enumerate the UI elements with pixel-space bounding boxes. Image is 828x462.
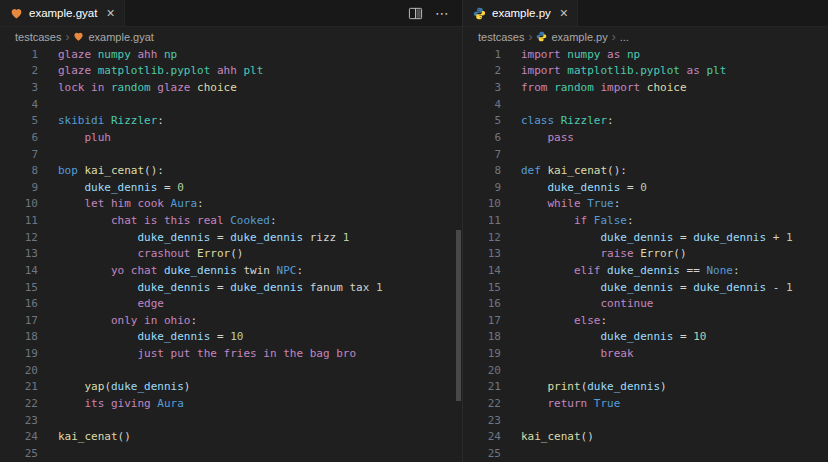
line-number[interactable]: 7: [0, 148, 38, 161]
code-line[interactable]: 21 yap(duke_dennis): [0, 379, 462, 396]
code-line[interactable]: 1glaze numpy ahh np: [0, 46, 462, 63]
code-line[interactable]: 23: [0, 412, 462, 429]
code-line[interactable]: 15 duke_dennis = duke_dennis fanum tax 1: [0, 279, 462, 296]
line-number[interactable]: 9: [0, 181, 38, 194]
line-number[interactable]: 14: [0, 264, 38, 277]
code-line[interactable]: 21 print(duke_dennis): [463, 379, 828, 396]
code-line[interactable]: 7: [0, 146, 462, 163]
close-tab-icon[interactable]: ×: [560, 6, 568, 20]
code-line[interactable]: 16 edge: [0, 295, 462, 312]
breadcrumb-item-file[interactable]: example.py: [536, 31, 607, 43]
code-line[interactable]: 13 raise Error(): [463, 246, 828, 263]
code-line[interactable]: 9 duke_dennis = 0: [463, 179, 828, 196]
tab-example-gyat[interactable]: example.gyat ×: [0, 0, 125, 26]
code-line[interactable]: 15 duke_dennis = duke_dennis - 1: [463, 279, 828, 296]
line-number[interactable]: 5: [463, 114, 501, 127]
breadcrumb-item-symbol[interactable]: ...: [620, 31, 629, 43]
code-line[interactable]: 18 duke_dennis = 10: [463, 329, 828, 346]
line-number[interactable]: 15: [463, 281, 501, 294]
code-line[interactable]: 20: [463, 362, 828, 379]
breadcrumb-item-testcases[interactable]: testcases: [15, 31, 61, 43]
line-number[interactable]: 25: [463, 447, 501, 460]
more-actions-icon[interactable]: ⋯: [435, 5, 450, 21]
line-number[interactable]: 13: [0, 247, 38, 260]
line-number[interactable]: 25: [0, 447, 38, 460]
line-number[interactable]: 10: [463, 197, 501, 210]
code-line[interactable]: 25: [0, 445, 462, 462]
code-line[interactable]: 2glaze matplotlib.pyplot ahh plt: [0, 63, 462, 80]
line-number[interactable]: 24: [463, 430, 501, 443]
line-number[interactable]: 21: [0, 380, 38, 393]
code-editor-python[interactable]: 1import numpy as np2import matplotlib.py…: [463, 46, 828, 462]
code-editor-gyat[interactable]: 1glaze numpy ahh np2glaze matplotlib.pyp…: [0, 46, 462, 462]
line-number[interactable]: 16: [0, 297, 38, 310]
line-number[interactable]: 1: [0, 48, 38, 61]
code-line[interactable]: 3lock in random glaze choice: [0, 79, 462, 96]
code-line[interactable]: 22 return True: [463, 395, 828, 412]
code-line[interactable]: 5class Rizzler:: [463, 113, 828, 130]
line-number[interactable]: 3: [0, 81, 38, 94]
tab-example-py[interactable]: example.py ×: [463, 0, 578, 26]
line-number[interactable]: 22: [0, 397, 38, 410]
code-line[interactable]: 24kai_cenat(): [0, 428, 462, 445]
line-number[interactable]: 4: [0, 98, 38, 111]
code-line[interactable]: 9 duke_dennis = 0: [0, 179, 462, 196]
code-line[interactable]: 18 duke_dennis = 10: [0, 329, 462, 346]
code-line[interactable]: 6 pass: [463, 129, 828, 146]
line-number[interactable]: 3: [463, 81, 501, 94]
code-line[interactable]: 14 yo chat duke_dennis twin NPC:: [0, 262, 462, 279]
line-number[interactable]: 4: [463, 98, 501, 111]
line-number[interactable]: 15: [0, 281, 38, 294]
line-number[interactable]: 11: [463, 214, 501, 227]
code-line[interactable]: 19 break: [463, 345, 828, 362]
line-number[interactable]: 17: [0, 314, 38, 327]
line-number[interactable]: 16: [463, 297, 501, 310]
line-number[interactable]: 12: [0, 231, 38, 244]
code-line[interactable]: 1import numpy as np: [463, 46, 828, 63]
line-number[interactable]: 6: [0, 131, 38, 144]
line-number[interactable]: 2: [463, 64, 501, 77]
code-line[interactable]: 5skibidi Rizzler:: [0, 113, 462, 130]
line-number[interactable]: 23: [0, 414, 38, 427]
line-number[interactable]: 23: [463, 414, 501, 427]
vertical-scrollbar-thumb[interactable]: [456, 230, 461, 401]
code-line[interactable]: 23: [463, 412, 828, 429]
line-number[interactable]: 17: [463, 314, 501, 327]
line-number[interactable]: 5: [0, 114, 38, 127]
line-number[interactable]: 24: [0, 430, 38, 443]
line-number[interactable]: 20: [0, 364, 38, 377]
line-number[interactable]: 19: [463, 347, 501, 360]
code-line[interactable]: 2import matplotlib.pyplot as plt: [463, 63, 828, 80]
code-line[interactable]: 13 crashout Error(): [0, 246, 462, 263]
code-line[interactable]: 17 else:: [463, 312, 828, 329]
code-line[interactable]: 8def kai_cenat():: [463, 162, 828, 179]
line-number[interactable]: 18: [463, 330, 501, 343]
code-line[interactable]: 14 elif duke_dennis == None:: [463, 262, 828, 279]
line-number[interactable]: 8: [463, 164, 501, 177]
code-line[interactable]: 12 duke_dennis = duke_dennis rizz 1: [0, 229, 462, 246]
line-number[interactable]: 14: [463, 264, 501, 277]
code-line[interactable]: 12 duke_dennis = duke_dennis + 1: [463, 229, 828, 246]
split-editor-icon[interactable]: [408, 6, 423, 21]
line-number[interactable]: 19: [0, 347, 38, 360]
line-number[interactable]: 22: [463, 397, 501, 410]
code-line[interactable]: 11 if False:: [463, 212, 828, 229]
code-line[interactable]: 22 its giving Aura: [0, 395, 462, 412]
code-line[interactable]: 7: [463, 146, 828, 163]
code-line[interactable]: 24kai_cenat(): [463, 428, 828, 445]
close-tab-icon[interactable]: ×: [106, 6, 114, 20]
code-line[interactable]: 4: [463, 96, 828, 113]
breadcrumb-item-file[interactable]: example.gyat: [73, 31, 153, 43]
code-line[interactable]: 19 just put the fries in the bag bro: [0, 345, 462, 362]
breadcrumb-item-testcases[interactable]: testcases: [478, 31, 524, 43]
line-number[interactable]: 2: [0, 64, 38, 77]
code-line[interactable]: 4: [0, 96, 462, 113]
code-line[interactable]: 20: [0, 362, 462, 379]
line-number[interactable]: 11: [0, 214, 38, 227]
line-number[interactable]: 7: [463, 148, 501, 161]
code-line[interactable]: 10 let him cook Aura:: [0, 196, 462, 213]
line-number[interactable]: 1: [463, 48, 501, 61]
line-number[interactable]: 6: [463, 131, 501, 144]
code-line[interactable]: 10 while True:: [463, 196, 828, 213]
code-line[interactable]: 11 chat is this real Cooked:: [0, 212, 462, 229]
